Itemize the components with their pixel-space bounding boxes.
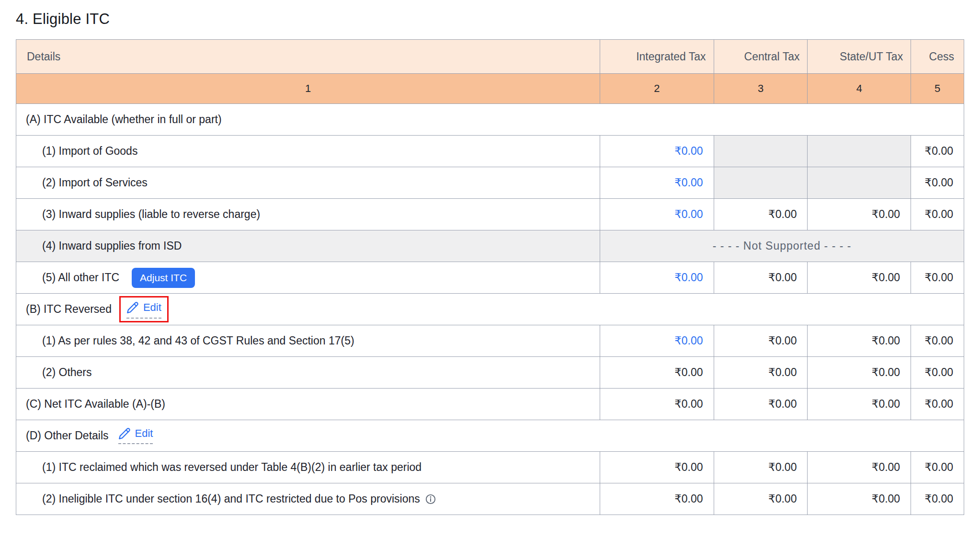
row-label: (B) ITC Reversed	[26, 303, 112, 316]
table-row: (C) Net ITC Available (A)-(B)₹0.00₹0.00₹…	[16, 389, 964, 420]
value-cell: ₹0.00	[911, 199, 964, 230]
row-label-cell: (2) Ineligible ITC under section 16(4) a…	[16, 483, 600, 515]
edit-link-label[interactable]: Edit	[143, 301, 161, 314]
value-cell: ₹0.00	[600, 389, 714, 420]
value-cell[interactable]: ₹0.00	[600, 199, 714, 230]
value-cell: ₹0.00	[911, 389, 964, 420]
value-cell: ₹0.00	[808, 262, 911, 294]
value-cell[interactable]: ₹0.00	[600, 262, 714, 294]
value-cell[interactable]: ₹0.00	[600, 167, 714, 199]
value-cell: ₹0.00	[911, 452, 964, 483]
disabled-value-cell	[714, 136, 808, 167]
value-cell: ₹0.00	[600, 483, 714, 515]
value-cell: ₹0.00	[911, 167, 964, 199]
row-label: (5) All other ITC	[42, 271, 119, 284]
column-number: 1	[16, 74, 600, 104]
edit-link-label[interactable]: Edit	[135, 427, 153, 440]
value-cell: ₹0.00	[808, 389, 911, 420]
value-cell: ₹0.00	[714, 389, 808, 420]
row-label-cell: (5) All other ITCAdjust ITC	[16, 262, 600, 294]
table-row: (2) Ineligible ITC under section 16(4) a…	[16, 483, 964, 515]
disabled-value-cell	[808, 167, 911, 199]
row-label: (4) Inward supplies from ISD	[16, 230, 600, 262]
row-label: (2) Import of Services	[42, 176, 148, 189]
edit-link-top[interactable]: Edit	[118, 427, 153, 440]
edit-link-top[interactable]: Edit	[126, 301, 161, 314]
value-cell: ₹0.00	[714, 325, 808, 357]
disabled-value-cell	[808, 136, 911, 167]
column-number-row: 1 2 3 4 5	[16, 74, 964, 104]
pencil-icon	[126, 301, 139, 314]
row-label-cell: (1) ITC reclaimed which was reversed und…	[16, 452, 600, 483]
value-cell: ₹0.00	[600, 357, 714, 389]
value-cell: ₹0.00	[714, 262, 808, 294]
highlight-box: Edit	[119, 296, 169, 322]
value-cell: ₹0.00	[714, 483, 808, 515]
table-row: (5) All other ITCAdjust ITC₹0.00₹0.00₹0.…	[16, 262, 964, 294]
value-cell[interactable]: ₹0.00	[600, 136, 714, 167]
column-header-integrated-tax: Integrated Tax	[600, 40, 714, 74]
table-row: (1) ITC reclaimed which was reversed und…	[16, 452, 964, 483]
section-row-cell: (D) Other DetailsEdit	[16, 420, 964, 452]
column-number: 5	[911, 74, 964, 104]
row-label: (3) Inward supplies (liable to reverse c…	[42, 208, 260, 221]
column-header-cess: Cess	[911, 40, 964, 74]
eligible-itc-table: Details Integrated Tax Central Tax State…	[16, 39, 964, 515]
value-cell: ₹0.00	[714, 452, 808, 483]
table-row: (1) Import of Goods₹0.00₹0.00	[16, 136, 964, 167]
value-cell: ₹0.00	[808, 483, 911, 515]
info-icon[interactable]	[425, 493, 436, 505]
row-label: (C) Net ITC Available (A)-(B)	[26, 398, 165, 411]
table-row: (1) As per rules 38, 42 and 43 of CGST R…	[16, 325, 964, 357]
value-cell: ₹0.00	[911, 136, 964, 167]
table-row: (4) Inward supplies from ISD- - - - Not …	[16, 230, 964, 262]
page-title: 4. Eligible ITC	[16, 11, 964, 28]
value-cell: ₹0.00	[808, 357, 911, 389]
value-cell: ₹0.00	[911, 357, 964, 389]
row-label-cell: (C) Net ITC Available (A)-(B)	[16, 389, 600, 420]
row-label-cell: (2) Import of Services	[16, 167, 600, 199]
row-label-cell: (1) Import of Goods	[16, 136, 600, 167]
edit-link[interactable]: Edit	[118, 427, 153, 444]
value-cell: ₹0.00	[808, 452, 911, 483]
value-cell: ₹0.00	[808, 325, 911, 357]
table-row: (3) Inward supplies (liable to reverse c…	[16, 199, 964, 230]
not-supported-message: - - - - Not Supported - - - -	[600, 230, 964, 262]
eligible-itc-page: 4. Eligible ITC Details Integrated Tax C…	[0, 0, 980, 538]
table-row: (D) Other DetailsEdit	[16, 420, 964, 452]
value-cell: ₹0.00	[714, 357, 808, 389]
table-row: (B) ITC ReversedEdit	[16, 294, 964, 325]
value-cell: ₹0.00	[911, 262, 964, 294]
column-number: 4	[808, 74, 911, 104]
value-cell[interactable]: ₹0.00	[600, 325, 714, 357]
row-label: (1) As per rules 38, 42 and 43 of CGST R…	[42, 334, 354, 347]
column-header-state-ut-tax: State/UT Tax	[808, 40, 911, 74]
edit-link[interactable]: Edit	[126, 301, 161, 318]
table-header-row: Details Integrated Tax Central Tax State…	[16, 40, 964, 74]
value-cell: ₹0.00	[714, 199, 808, 230]
column-number: 3	[714, 74, 808, 104]
column-header-details: Details	[16, 40, 600, 74]
table-row: (A) ITC Available (whether in full or pa…	[16, 104, 964, 136]
table-row: (2) Others₹0.00₹0.00₹0.00₹0.00	[16, 357, 964, 389]
section-row-cell: (A) ITC Available (whether in full or pa…	[16, 104, 964, 136]
dashed-underline	[126, 318, 161, 319]
section-row-cell: (B) ITC ReversedEdit	[16, 294, 964, 325]
row-label: (1) ITC reclaimed which was reversed und…	[42, 461, 422, 474]
value-cell: ₹0.00	[600, 452, 714, 483]
row-label: (A) ITC Available (whether in full or pa…	[26, 113, 222, 126]
row-label-cell: (3) Inward supplies (liable to reverse c…	[16, 199, 600, 230]
column-number: 2	[600, 74, 714, 104]
row-label: (1) Import of Goods	[42, 145, 137, 158]
value-cell: ₹0.00	[911, 483, 964, 515]
value-cell: ₹0.00	[911, 325, 964, 357]
adjust-itc-button[interactable]: Adjust ITC	[132, 268, 195, 288]
column-header-central-tax: Central Tax	[714, 40, 808, 74]
disabled-value-cell	[714, 167, 808, 199]
row-label: (D) Other Details	[26, 429, 109, 442]
row-label: (2) Ineligible ITC under section 16(4) a…	[42, 492, 420, 505]
row-label-cell: (1) As per rules 38, 42 and 43 of CGST R…	[16, 325, 600, 357]
pencil-icon	[118, 427, 131, 440]
value-cell: ₹0.00	[808, 199, 911, 230]
table-row: (2) Import of Services₹0.00₹0.00	[16, 167, 964, 199]
